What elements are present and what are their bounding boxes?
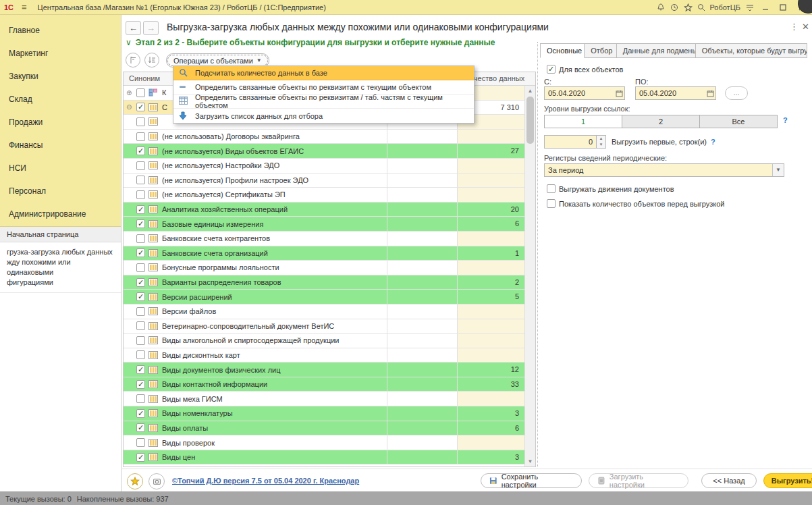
open-window-item[interactable]: грузка-загрузка любых данныхжду похожими… [0,242,121,293]
row-filter-cell[interactable] [387,392,458,406]
row-name-cell[interactable]: ✓Виды цен [124,450,387,464]
sidebar-section-item[interactable]: Финансы [0,134,121,157]
row-name-cell[interactable]: ✓Виды документов физических лиц [124,363,387,377]
row-name-cell[interactable]: ✓Виды оплаты [124,421,387,435]
row-count-cell[interactable] [458,261,524,275]
spin-up-icon[interactable]: ▲ [597,136,605,142]
row-count-cell[interactable]: 27 [458,144,524,158]
sidebar-section-item[interactable]: Администрирование [0,203,121,225]
row-filter-cell[interactable] [387,246,458,261]
show-count-checkbox[interactable]: Показать количество объектов перед выгру… [544,199,724,208]
row-checkbox[interactable]: ✓ [136,278,145,287]
collapse-node-icon[interactable]: ⊖ [126,103,134,111]
expand-node-icon[interactable]: ⊕ [126,89,134,97]
history-clock-icon[interactable] [668,1,681,14]
row-filter-cell[interactable] [387,261,458,275]
service-menu-icon[interactable] [743,1,757,14]
row-checkbox[interactable] [136,161,145,170]
row-name-cell[interactable]: Версии файлов [124,304,387,319]
table-row[interactable]: ✓Виды номенклатуры3 [124,406,524,421]
table-row[interactable]: Виды проверок [124,435,524,450]
tab-item[interactable]: Данные для подмены [617,43,696,58]
row-checkbox[interactable]: ✓ [136,365,145,374]
sidebar-item-home[interactable]: Начальная страница [0,227,121,242]
sidebar-section-item[interactable]: Закупки [0,65,121,88]
row-filter-cell[interactable] [387,450,458,464]
row-count-cell[interactable]: 5 [458,290,524,304]
expand-all-button[interactable] [126,53,140,68]
back-icon[interactable]: ← [126,21,141,35]
row-checkbox[interactable] [136,88,145,97]
checkbox-icon[interactable] [547,184,556,193]
table-row[interactable]: ✓Виды контактной информации33 [124,377,524,392]
more-actions-icon[interactable]: ⋮ [790,22,799,32]
close-form-icon[interactable]: ✕ [802,22,809,32]
row-name-cell[interactable]: ✓Версии расширений [124,290,387,304]
row-filter-cell[interactable] [387,348,458,363]
row-filter-cell[interactable] [387,130,458,144]
date-from-value[interactable]: 05.04.2020 [545,89,614,97]
row-count-cell[interactable]: 1 [458,246,524,261]
row-filter-cell[interactable] [387,144,458,158]
menu-item[interactable]: Определить связанные объекты по реквизит… [173,95,474,109]
row-filter-cell[interactable] [387,421,458,435]
row-name-cell[interactable]: ✓Аналитика хозяйственных операций [124,203,387,217]
row-name-cell[interactable]: (не используется) Профили настроек ЭДО [124,174,387,188]
notifications-bell-icon[interactable] [654,1,668,14]
export-button[interactable]: Выгрузить! [763,473,812,488]
table-row[interactable]: ✓Аналитика хозяйственных операций20 [124,203,524,217]
table-scrollbar[interactable]: ▲ ▼ [524,86,535,467]
row-filter-cell[interactable] [387,217,458,231]
spinner-buttons[interactable]: ▲ ▼ [597,135,606,149]
row-count-cell[interactable] [458,348,524,363]
row-count-cell[interactable] [458,174,524,188]
row-name-cell[interactable]: (не используется) Настройки ЭДО [124,159,387,173]
for-all-objects-checkbox[interactable]: ✓ Для всех объектов [544,65,623,74]
table-row[interactable]: (не использовать) Договоры эквайринга [124,130,524,144]
sidebar-section-item[interactable]: Склад [0,88,121,111]
row-count-cell[interactable]: 33 [458,377,524,392]
tab-item[interactable]: Отбор [585,43,616,58]
table-row[interactable]: Банковские счета контрагентов [124,232,524,246]
table-row[interactable]: ✓Виды оплаты6 [124,421,524,436]
row-name-cell[interactable]: Бонусные программы лояльности [124,261,387,275]
row-count-cell[interactable] [458,159,524,173]
table-row[interactable]: Виды алкогольной и спиртосодержащей прод… [124,334,524,348]
row-filter-cell[interactable] [387,406,458,421]
row-checkbox[interactable] [136,176,145,184]
row-count-cell[interactable]: 3 [458,406,524,421]
row-filter-cell[interactable] [387,188,458,202]
registers-period-select[interactable]: За период ▼ [544,163,784,177]
row-name-cell[interactable]: ✓Варианты распределения товаров [124,275,387,290]
row-name-cell[interactable]: ✓Виды контактной информации [124,377,387,392]
table-row[interactable]: Бонусные программы лояльности [124,261,524,275]
collapse-all-button[interactable] [144,53,159,68]
row-name-cell[interactable]: ✓Виды номенклатуры [124,406,387,421]
spin-down-icon[interactable]: ▼ [597,142,605,148]
sidebar-section-item[interactable]: Маркетинг [0,42,121,65]
row-name-cell[interactable]: Виды меха ГИСМ [124,392,387,406]
row-filter-cell[interactable] [387,159,458,173]
row-count-cell[interactable] [458,319,524,334]
main-menu-hamburger-icon[interactable]: ≡ [22,2,27,12]
first-rows-input[interactable]: 0 [544,135,597,149]
table-row[interactable]: ✓Базовые единицы измерения6 [124,217,524,232]
row-checkbox[interactable] [136,263,145,272]
row-checkbox[interactable]: ✓ [136,248,145,257]
checkbox-icon[interactable]: ✓ [547,65,556,74]
date-from-field[interactable]: 05.04.2020 [544,86,625,100]
row-checkbox[interactable] [136,336,145,345]
row-count-cell[interactable]: 6 [458,217,524,231]
row-count-cell[interactable]: 12 [458,363,524,377]
row-filter-cell[interactable] [387,232,458,246]
row-filter-cell[interactable] [387,304,458,319]
first-rows-help-icon[interactable]: ? [711,138,715,146]
row-filter-cell[interactable] [387,203,458,217]
row-count-cell[interactable]: 20 [458,203,524,217]
export-movements-checkbox[interactable]: Выгружать движения документов [544,184,674,193]
period-ellipsis-button[interactable]: ... [725,86,748,100]
row-count-cell[interactable]: 3 [458,450,524,464]
levels-help-icon[interactable]: ? [783,116,788,124]
table-row[interactable]: (не используется) Настройки ЭДО [124,159,524,174]
scroll-down-icon[interactable]: ▼ [526,457,535,466]
